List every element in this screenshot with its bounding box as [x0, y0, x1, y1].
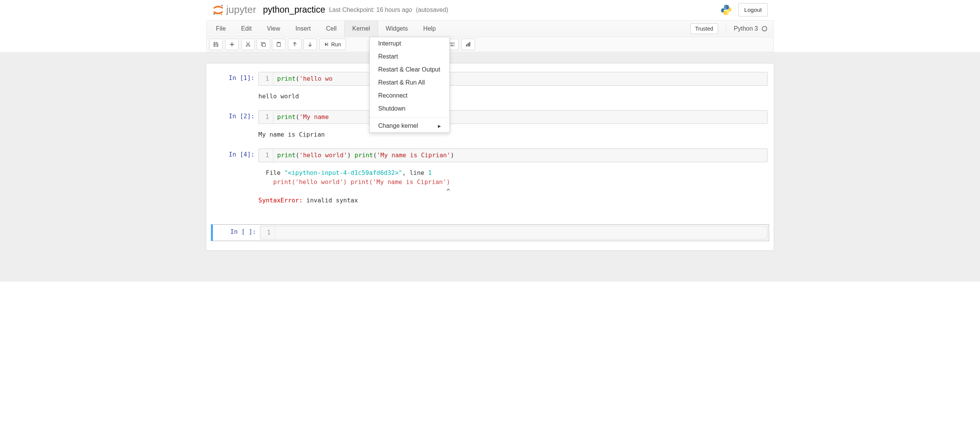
- menu-edit[interactable]: Edit: [234, 21, 260, 37]
- code-editor[interactable]: 1: [260, 226, 768, 240]
- svg-rect-14: [451, 43, 452, 44]
- kernel-menu-restart-clear-output[interactable]: Restart & Clear Output: [370, 63, 449, 76]
- input-prompt: In [2]:: [212, 110, 258, 124]
- svg-point-4: [727, 13, 728, 14]
- run-button[interactable]: Run: [319, 39, 346, 50]
- menu-cell[interactable]: Cell: [318, 21, 345, 37]
- code-editor[interactable]: 1print('hello world') print('My name is …: [258, 148, 768, 162]
- chevron-right-icon: ▶: [438, 124, 441, 128]
- autosave-status: (autosaved): [416, 7, 448, 13]
- logout-button[interactable]: Logout: [738, 3, 768, 16]
- menu-widgets[interactable]: Widgets: [378, 21, 416, 37]
- cut-button[interactable]: [241, 39, 255, 50]
- code-editor[interactable]: 1print('My name: [258, 110, 768, 124]
- kernel-indicator[interactable]: Python 3: [726, 25, 767, 32]
- svg-rect-15: [452, 43, 452, 44]
- code-cell[interactable]: In [2]:1print('My name: [211, 109, 769, 125]
- menubar: FileEditViewInsertCellKernelWidgetsHelp …: [206, 21, 774, 37]
- svg-point-1: [213, 13, 215, 15]
- svg-point-3: [724, 6, 725, 7]
- move-up-button[interactable]: [288, 39, 302, 50]
- svg-point-2: [221, 14, 222, 15]
- code-content[interactable]: [275, 226, 286, 239]
- kernel-menu-change-kernel[interactable]: Change kernel▶: [370, 119, 449, 132]
- arrow-up-icon: [292, 42, 297, 47]
- save-button[interactable]: [209, 39, 223, 50]
- copy-button[interactable]: [256, 39, 270, 50]
- paste-icon: [276, 42, 281, 47]
- menu-view[interactable]: View: [259, 21, 287, 37]
- menu-help[interactable]: Help: [415, 21, 443, 37]
- notebook-container: In [1]:1print('hello wo hello worldIn [2…: [206, 64, 774, 250]
- svg-rect-16: [453, 43, 453, 44]
- svg-point-6: [249, 45, 250, 47]
- trusted-indicator[interactable]: Trusted: [690, 23, 718, 34]
- error-output: File "<ipython-input-4-d1c59afd6d32>", l…: [257, 166, 769, 207]
- code-cell[interactable]: In [4]:1print('hello world') print('My n…: [211, 147, 769, 164]
- jupyter-logo[interactable]: jupyter: [212, 4, 256, 16]
- line-number: 1: [259, 72, 273, 85]
- checkpoint-status: Last Checkpoint: 16 hours ago: [329, 7, 412, 13]
- menu-divider: [370, 117, 449, 117]
- bar-chart-icon: [466, 42, 471, 47]
- line-number: 1: [259, 111, 273, 124]
- kernel-menu-interrupt[interactable]: Interrupt: [370, 37, 449, 50]
- arrow-down-icon: [307, 42, 313, 47]
- stdout-output: My name is Ciprian: [257, 128, 769, 142]
- svg-rect-12: [450, 43, 450, 44]
- kernel-menu-shutdown[interactable]: Shutdown: [370, 102, 449, 115]
- code-content[interactable]: print('hello world') print('My name is C…: [273, 149, 462, 162]
- input-prompt: In [ ]:: [214, 226, 260, 240]
- notebook-name[interactable]: python_practice: [263, 5, 325, 15]
- menu-insert[interactable]: Insert: [288, 21, 318, 37]
- run-label: Run: [331, 41, 341, 47]
- svg-rect-20: [469, 42, 470, 46]
- notebook-body: In [1]:1print('hello wo hello worldIn [2…: [0, 52, 980, 282]
- paste-button[interactable]: [272, 39, 286, 50]
- copy-icon: [261, 42, 266, 47]
- input-prompt: In [1]:: [212, 72, 258, 86]
- kernel-menu-restart[interactable]: Restart: [370, 50, 449, 63]
- code-content[interactable]: print('My name: [273, 111, 340, 124]
- toolbar: Run: [206, 37, 774, 52]
- output-row: File "<ipython-input-4-d1c59afd6d32>", l…: [211, 166, 769, 207]
- output-row: hello world: [211, 90, 769, 103]
- scissors-icon: [245, 42, 251, 47]
- svg-rect-13: [451, 43, 451, 44]
- output-row: My name is Ciprian: [211, 128, 769, 142]
- svg-point-0: [221, 5, 223, 6]
- move-down-button[interactable]: [303, 39, 317, 50]
- keyboard-icon: [449, 42, 455, 47]
- code-cell[interactable]: In [1]:1print('hello wo: [211, 70, 769, 87]
- svg-point-5: [246, 45, 248, 47]
- svg-rect-11: [449, 43, 455, 46]
- jupyter-logo-text: jupyter: [226, 4, 256, 16]
- run-step-icon: [324, 42, 329, 47]
- menu-kernel[interactable]: Kernel: [344, 21, 378, 37]
- code-content[interactable]: print('hello wo: [273, 72, 340, 85]
- kernel-menu-reconnect[interactable]: Reconnect: [370, 89, 449, 102]
- svg-rect-10: [278, 42, 279, 43]
- stdout-output: hello world: [257, 90, 769, 103]
- input-prompt: In [4]:: [212, 148, 258, 162]
- notebook-header: jupyter python_practice Last Checkpoint:…: [206, 0, 774, 21]
- kernel-menu-restart-run-all[interactable]: Restart & Run All: [370, 76, 449, 89]
- menu-file[interactable]: File: [208, 21, 234, 37]
- change-kernel-label: Change kernel: [378, 122, 418, 129]
- kernel-dropdown-menu: InterruptRestartRestart & Clear OutputRe…: [369, 37, 450, 133]
- line-number: 1: [260, 226, 275, 239]
- kernel-name: Python 3: [734, 25, 758, 32]
- kernel-idle-icon: [762, 26, 767, 31]
- chart-button[interactable]: [461, 39, 475, 50]
- code-editor[interactable]: 1print('hello wo: [258, 72, 768, 86]
- plus-icon: [229, 42, 235, 47]
- python-logo-icon: [720, 4, 732, 16]
- jupyter-logo-icon: [212, 4, 224, 16]
- svg-rect-8: [262, 43, 265, 46]
- svg-rect-19: [467, 43, 469, 47]
- svg-rect-17: [451, 45, 453, 45]
- insert-cell-button[interactable]: [225, 39, 239, 50]
- line-number: 1: [259, 149, 273, 162]
- svg-rect-18: [466, 44, 467, 46]
- code-cell[interactable]: In [ ]:1: [211, 224, 769, 241]
